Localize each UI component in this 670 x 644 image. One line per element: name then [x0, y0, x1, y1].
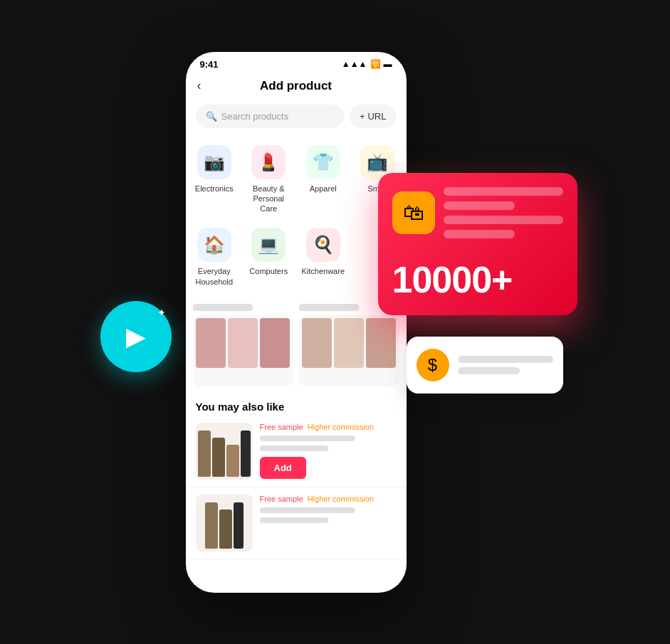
tv-circle-button[interactable]: ▶ ✦	[100, 301, 172, 372]
household-icon: 🏠	[197, 228, 231, 262]
status-bar: 9:41 ▲▲▲ 🛜 ▬	[186, 52, 407, 73]
coin-card-lines	[458, 356, 553, 374]
bottle-2-1	[205, 502, 218, 549]
coin-line-2	[458, 367, 520, 374]
product-preview-row	[193, 301, 399, 386]
category-grid: 📷 Electronics 💄 Beauty & Personal Care 👕…	[186, 134, 407, 298]
higher-commission-tag-2: Higher commission	[308, 495, 375, 503]
battery-icon: ▬	[384, 59, 392, 69]
product-bottles-image-1	[196, 428, 253, 480]
product-preview-section	[186, 298, 407, 395]
apparel-icon: 👕	[306, 145, 340, 179]
shop-bag-icon: 🛍	[392, 191, 435, 234]
product-meta-skeleton-1	[260, 445, 328, 451]
red-stats-card: 🛍 10000+	[378, 173, 577, 315]
product-preview-card-2	[299, 301, 399, 386]
free-sample-tag-1: Free sample	[260, 423, 303, 431]
product-image-2	[299, 315, 399, 386]
section-title-recommendations: You may also like	[186, 395, 407, 416]
electronics-icon: 📷	[197, 145, 231, 179]
product-list-item-1: Free sample Higher commission Add	[186, 416, 407, 487]
computers-icon: 💻	[251, 228, 286, 262]
bottle-1	[198, 431, 211, 477]
product-image-1	[193, 315, 293, 386]
coin-line-1	[458, 356, 553, 363]
bottle-2-2	[219, 510, 232, 549]
product-info-1: Free sample Higher commission Add	[260, 423, 397, 479]
url-label: URL	[367, 111, 386, 122]
back-button[interactable]: ‹	[197, 78, 201, 93]
bottle-2	[212, 438, 225, 477]
page-header: ‹ Add product	[186, 73, 407, 99]
product-price-skeleton-1	[260, 436, 355, 441]
category-kitchenware[interactable]: 🍳 Kitchenware	[298, 222, 350, 292]
product-list-item-2: Free sample Higher commission	[186, 487, 407, 559]
red-line-2	[444, 201, 515, 210]
red-line-1	[444, 187, 563, 196]
product-tags-2: Free sample Higher commission	[260, 495, 397, 503]
beauty-label: Beauty & Personal Care	[246, 184, 292, 214]
add-button-1[interactable]: Add	[260, 457, 306, 479]
search-icon: 🔍	[206, 111, 217, 122]
product-thumb-2	[196, 495, 253, 551]
product-count: 10000+	[392, 258, 563, 301]
red-card-top: 🛍	[392, 187, 563, 238]
coin-icon: $	[417, 349, 449, 381]
category-computers[interactable]: 💻 Computers	[243, 222, 295, 292]
play-icon: ▶	[126, 322, 146, 352]
url-button[interactable]: + URL	[350, 105, 397, 128]
product-bottles-image-2	[202, 500, 246, 551]
product-price-skeleton-2	[260, 507, 355, 513]
signal-icon: ▲▲▲	[342, 59, 367, 69]
electronics-label: Electronics	[195, 184, 234, 194]
beauty-icon: 💄	[251, 145, 286, 179]
wifi-icon: 🛜	[370, 59, 381, 69]
product-thumb-1	[196, 423, 253, 480]
bottle-2-tube	[234, 502, 244, 549]
sparkle-icon: ✦	[157, 307, 166, 318]
higher-commission-tag-1: Higher commission	[308, 423, 375, 431]
time: 9:41	[200, 59, 219, 70]
category-apparel[interactable]: 👕 Apparel	[298, 139, 350, 220]
bottle-3	[226, 445, 239, 477]
product-preview-card-1	[193, 301, 293, 386]
red-card-lines	[444, 187, 563, 238]
coin-stats-card: $	[407, 337, 563, 394]
product-info-2: Free sample Higher commission	[260, 495, 397, 523]
red-line-4	[444, 230, 515, 238]
red-line-3	[444, 216, 563, 224]
kitchenware-label: Kitchenware	[301, 266, 345, 276]
product-meta-skeleton-2	[260, 517, 328, 523]
category-beauty[interactable]: 💄 Beauty & Personal Care	[243, 139, 295, 220]
search-bar: 🔍 Search products + URL	[196, 105, 397, 128]
plus-icon: +	[360, 111, 365, 122]
kitchenware-icon: 🍳	[306, 228, 340, 262]
product-tags-1: Free sample Higher commission	[260, 423, 397, 431]
computers-label: Computers	[249, 266, 288, 276]
category-electronics[interactable]: 📷 Electronics	[189, 139, 241, 220]
category-household[interactable]: 🏠 Everyday Household	[189, 222, 241, 292]
apparel-label: Apparel	[310, 184, 337, 194]
search-input[interactable]: 🔍 Search products	[196, 105, 344, 128]
bottle-tube	[241, 431, 251, 477]
phone-frame: 9:41 ▲▲▲ 🛜 ▬ ‹ Add product 🔍 Search prod…	[186, 52, 407, 593]
page-title: Add product	[260, 79, 332, 93]
free-sample-tag-2: Free sample	[260, 495, 303, 503]
household-label: Everyday Household	[192, 266, 238, 287]
search-placeholder: Search products	[221, 111, 289, 122]
